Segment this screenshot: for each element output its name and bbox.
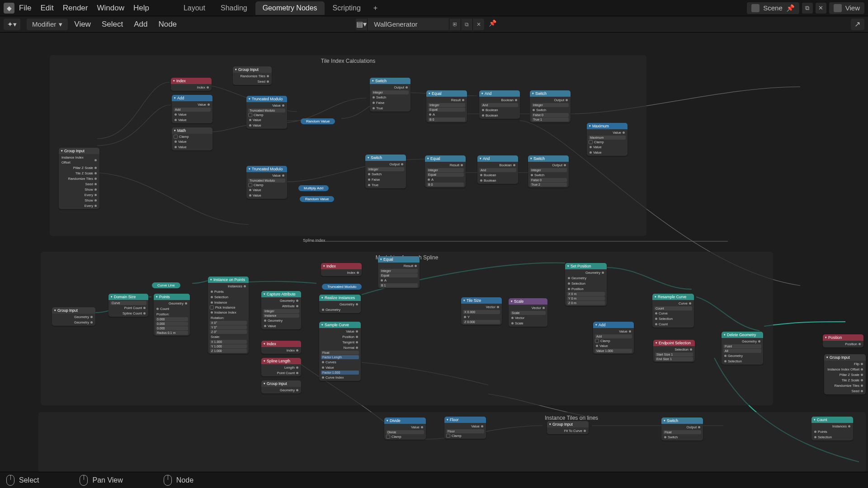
node-tile-size[interactable]: Tile Size Vector X 0.000 Y Z 0.000 bbox=[461, 297, 502, 325]
node-index-2[interactable]: Index Index bbox=[261, 341, 301, 354]
unlink-icon[interactable]: ✕ bbox=[472, 19, 484, 30]
scene-selector[interactable]: Scene 📌 bbox=[747, 2, 799, 14]
node-position[interactable]: Position Position bbox=[823, 334, 863, 347]
new-scene-icon[interactable]: ⧉ bbox=[802, 3, 813, 14]
frame-title: Tile Index Calculations bbox=[321, 58, 375, 64]
node-count[interactable]: Count Instances Points Selection bbox=[811, 417, 853, 441]
node-editor-canvas[interactable]: Tile Index Calculations Spline Index Mes… bbox=[0, 33, 868, 472]
viewlayer-name: View bbox=[845, 4, 860, 12]
main-menu: File Edit Render Window Help bbox=[19, 4, 149, 13]
viewlayer-selector[interactable]: View bbox=[829, 2, 864, 14]
menu-help[interactable]: Help bbox=[133, 4, 149, 13]
status-select: Select bbox=[19, 476, 39, 484]
node-divide[interactable]: Divide Value Divide Clamp bbox=[384, 418, 426, 440]
nodegroup-browse-icon[interactable]: ▤▾ bbox=[356, 19, 368, 30]
node-switch[interactable]: Switch Output Integer Switch False True bbox=[370, 78, 410, 112]
node-capture-attribute[interactable]: Capture Attribute Geometry Attribute Int… bbox=[261, 291, 301, 329]
node-truncated-modulo-2[interactable]: Truncated Modulo Value Truncated Modulo … bbox=[246, 166, 287, 199]
menu-render[interactable]: Render bbox=[63, 4, 88, 13]
pin-icon[interactable]: 📌 bbox=[786, 4, 795, 12]
menu-view[interactable]: View bbox=[74, 20, 91, 29]
node-delete-geometry[interactable]: Delete Geometry Geometry Point All Geome… bbox=[722, 332, 763, 365]
node-spline-length[interactable]: Spline Length Length Point Count bbox=[261, 358, 301, 376]
tab-geometry-nodes[interactable]: Geometry Nodes bbox=[255, 1, 325, 15]
shield-icon[interactable]: ⛨ bbox=[449, 19, 461, 30]
node-index-3[interactable]: Index Index bbox=[321, 263, 362, 276]
node-switch-3[interactable]: Switch Output Float Switch bbox=[661, 418, 703, 441]
viewlayer-icon bbox=[834, 4, 842, 12]
node-add-2[interactable]: Add Value Add Clamp Value Value 1.000 bbox=[593, 322, 634, 354]
frame-spline-label: Spline Index bbox=[303, 238, 326, 243]
node-truncated-modulo-3[interactable]: Truncated Modulo bbox=[322, 284, 362, 290]
node-sample-curve[interactable]: Sample Curve Value Position Tangent Norm… bbox=[319, 322, 361, 381]
node-curve-line[interactable]: Curve Line bbox=[152, 282, 180, 288]
node-points[interactable]: Points Geometry Count Position: 0.000 0.… bbox=[154, 294, 190, 336]
editor-header: ✦▾ Modifier▾ View Select Add Node ▤▾ Wal… bbox=[0, 16, 868, 33]
pin-icon[interactable]: 📌 bbox=[489, 19, 499, 29]
node-and-2[interactable]: And Boolean And Boolean Boolean bbox=[477, 155, 518, 184]
tab-scripting[interactable]: Scripting bbox=[326, 1, 368, 15]
node-switch-2[interactable]: Switch Output Integer Switch False True bbox=[365, 155, 406, 188]
node-set-position[interactable]: Set Position Geometry Geometry Selection… bbox=[565, 263, 607, 306]
node-group-input-6[interactable]: Group Input Fit To Curve bbox=[547, 421, 589, 434]
tree-type-selector[interactable]: Modifier▾ bbox=[27, 19, 68, 30]
node-random-value-2[interactable]: Random Value bbox=[300, 196, 334, 202]
node-equal-2[interactable]: Equal Result Integer Equal A B 0 bbox=[425, 155, 466, 188]
menu-select[interactable]: Select bbox=[102, 20, 123, 29]
workspace-tabs: Layout Shading Geometry Nodes Scripting … bbox=[176, 1, 382, 15]
mouse-middle-icon bbox=[80, 475, 88, 486]
scene-name: Scene bbox=[763, 4, 783, 12]
node-equal-3[interactable]: Equal Result Integer Equal A B 1 bbox=[378, 256, 420, 288]
parent-nodegroup-icon[interactable]: ↗ bbox=[851, 19, 864, 30]
menu-window[interactable]: Window bbox=[97, 4, 124, 13]
node-switch-int[interactable]: Switch Output Integer Switch False 0 Tru… bbox=[530, 90, 571, 122]
status-pan: Pan View bbox=[92, 476, 123, 484]
frame-tile-index-calc[interactable]: Tile Index Calculations bbox=[50, 55, 646, 236]
tab-add-workspace[interactable]: + bbox=[369, 1, 382, 15]
mouse-right-icon bbox=[164, 475, 172, 486]
blender-logo-icon: ◆ bbox=[4, 3, 14, 14]
node-floor[interactable]: Floor Value Floor Clamp bbox=[444, 417, 486, 439]
node-math[interactable]: Math Clamp Value Value bbox=[172, 127, 212, 150]
nodegroup-name-field[interactable]: WallGenerator bbox=[368, 18, 449, 30]
mouse-left-icon bbox=[6, 475, 14, 486]
node-truncated-modulo[interactable]: Truncated Modulo Value Truncated Modulo … bbox=[246, 96, 287, 129]
node-multiply-add[interactable]: Multiply Add bbox=[298, 185, 329, 191]
node-maximum[interactable]: Maximum Value Maximum Clamp Value Value bbox=[587, 123, 627, 156]
node-endpoint-selection[interactable]: Endpoint Selection Selection Start Size … bbox=[653, 340, 695, 362]
scene-icon bbox=[751, 4, 760, 12]
node-index[interactable]: Index Index bbox=[171, 78, 212, 91]
node-group-input[interactable]: Group Input Instance Index Offset Pillar… bbox=[59, 148, 99, 209]
node-group-input-small[interactable]: Group Input Randomize Tiles Seed bbox=[233, 66, 272, 85]
node-random-value[interactable]: Random Value bbox=[301, 118, 335, 124]
node-resample-curve[interactable]: Resample Curve Curve Count Curve Selecti… bbox=[652, 294, 694, 328]
node-scale[interactable]: Scale Vector Scale Vector Scale bbox=[509, 298, 547, 327]
node-realize-instances[interactable]: Realize Instances Geometry Geometry bbox=[319, 295, 361, 313]
duplicate-icon[interactable]: ⧉ bbox=[461, 19, 472, 30]
node-add[interactable]: Add Value Add Value Value bbox=[172, 95, 212, 123]
node-group-input-4[interactable]: Group Input Geometry bbox=[261, 380, 301, 394]
node-group-input-3[interactable]: Group Input GeometryGeometry bbox=[52, 307, 95, 326]
node-domain-size[interactable]: Domain Size Curve Point Count Spline Cou… bbox=[108, 294, 148, 317]
node-switch-int-2[interactable]: Switch Output Integer Switch False 0 Tru… bbox=[528, 155, 569, 188]
menu-edit[interactable]: Edit bbox=[40, 4, 53, 13]
top-menubar: ◆ File Edit Render Window Help Layout Sh… bbox=[0, 0, 868, 16]
tab-shading[interactable]: Shading bbox=[213, 1, 255, 15]
node-group-input-5[interactable]: Group Input Flip Instance Index Offset P… bbox=[824, 354, 866, 394]
menu-add[interactable]: Add bbox=[134, 20, 147, 29]
menu-file[interactable]: File bbox=[19, 4, 31, 13]
node-instance-on-points[interactable]: Instance on Points Instances Points Sele… bbox=[208, 277, 249, 354]
delete-scene-icon[interactable]: ✕ bbox=[816, 3, 826, 14]
editor-type-selector[interactable]: ✦▾ bbox=[4, 19, 20, 30]
status-node: Node bbox=[176, 476, 193, 484]
frame-title: Instance Tiles on lines bbox=[545, 415, 598, 421]
menu-node[interactable]: Node bbox=[158, 20, 177, 29]
status-bar: Select Pan View Node bbox=[0, 472, 868, 488]
node-equal[interactable]: Equal Result Integer Equal A B 0 bbox=[426, 90, 467, 122]
tab-layout[interactable]: Layout bbox=[176, 1, 212, 15]
node-and[interactable]: And Boolean And Boolean Boolean bbox=[479, 90, 520, 119]
nodegroup-selector: ▤▾ WallGenerator ⛨ ⧉ ✕ 📌 bbox=[356, 18, 499, 30]
editor-menu: View Select Add Node bbox=[74, 20, 177, 29]
